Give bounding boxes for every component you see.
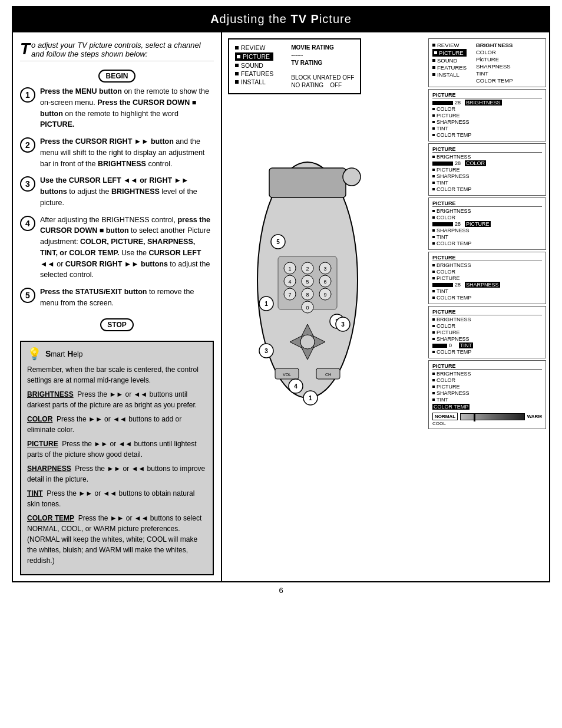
cp2-picture-row: PICTURE bbox=[432, 167, 542, 173]
svg-text:8: 8 bbox=[306, 292, 309, 298]
cp6-ct-label: COLOR TEMP bbox=[432, 404, 470, 410]
smart-help-section: 💡 Smart Help Remember, when the bar scal… bbox=[20, 341, 214, 575]
cp4-b-label: BRIGHTNESS bbox=[437, 262, 471, 268]
cp2-ct-row: COLOR TEMP bbox=[432, 186, 542, 192]
cp1-sharpness-label: SHARPNESS bbox=[437, 119, 470, 125]
cp1-color-label: COLOR bbox=[437, 106, 455, 112]
cp6-tint-label: TINT bbox=[437, 397, 448, 403]
menu-review-label: REVIEW bbox=[241, 44, 265, 51]
cp4-bar bbox=[432, 283, 453, 287]
intro-body: o adjust your TV picture controls, selec… bbox=[31, 41, 201, 58]
cp5-tint-row: 0 TINT bbox=[432, 342, 542, 348]
svg-text:0: 0 bbox=[306, 305, 309, 311]
cascade-panel-5: PICTURE BRIGHTNESS COLOR PICTURE SHARPNE… bbox=[428, 306, 546, 358]
cp2-sharpness-label: SHARPNESS bbox=[437, 173, 470, 179]
step-3: 3 Use the CURSOR LEFT ◄◄ or RIGHT ►► but… bbox=[20, 175, 214, 208]
cp5-ct-label: COLOR TEMP bbox=[437, 349, 471, 355]
cp6-pic-row: PICTURE bbox=[432, 384, 542, 390]
smart-help-label: Smart Help bbox=[45, 349, 82, 358]
step-text-4: After adjusting the BRIGHTNESS control, … bbox=[40, 215, 214, 281]
left-panel: T o adjust your TV picture controls, sel… bbox=[13, 32, 222, 581]
menu-item-picture-active: PICTURE bbox=[235, 52, 273, 61]
first-menu-left: REVIEW PICTURE SOUND FEATURES bbox=[235, 43, 273, 90]
page-header: Adjusting the TV Picture bbox=[12, 6, 550, 32]
cp2-val: 28 bbox=[455, 160, 463, 166]
cp3-picture-row: 28 PICTURE bbox=[432, 221, 542, 227]
cp6-title: PICTURE bbox=[432, 363, 542, 370]
ct-cool-label: COOL bbox=[432, 421, 446, 426]
sh-tint-label: TINT bbox=[27, 489, 43, 498]
cp3-dot-b bbox=[432, 210, 435, 212]
svg-text:1: 1 bbox=[309, 395, 312, 401]
cp4-sharpness-row: 28 SHARPNESS bbox=[432, 282, 542, 288]
cp2-picture-label: PICTURE bbox=[437, 167, 460, 173]
sh-colortemp-label: COLOR TEMP bbox=[27, 514, 74, 522]
step-num-2: 2 bbox=[20, 137, 35, 153]
step-5: 5 Press the STATUS/EXIT button to remove… bbox=[20, 286, 214, 309]
menu-sound-label: SOUND bbox=[241, 62, 263, 69]
lightbulb-icon: 💡 bbox=[27, 347, 42, 361]
mp-features: FEATURES bbox=[432, 64, 467, 71]
cp5-ct-row: COLOR TEMP bbox=[432, 349, 542, 355]
svg-text:3: 3 bbox=[341, 321, 345, 328]
svg-text:CH: CH bbox=[325, 373, 331, 377]
sub-colortemp: COLOR TEMP bbox=[476, 77, 513, 84]
cp4-tint-label: TINT bbox=[437, 288, 448, 294]
ct-normal-col: NORMAL bbox=[432, 413, 458, 420]
cp2-title: PICTURE bbox=[432, 146, 542, 153]
sh-brightness: BRIGHTNESS Press the ►► or ◄◄ buttons un… bbox=[27, 389, 207, 410]
cp3-bar bbox=[432, 222, 453, 226]
cp1-dot-ct bbox=[432, 134, 435, 136]
svg-text:5: 5 bbox=[306, 279, 309, 285]
sub-brightness: BRIGHTNESS bbox=[476, 42, 513, 48]
cp3-dot-tint bbox=[432, 236, 435, 238]
svg-text:VOL: VOL bbox=[283, 373, 291, 377]
drop-cap: T bbox=[20, 41, 30, 57]
svg-text:6: 6 bbox=[323, 279, 326, 285]
svg-text:4: 4 bbox=[288, 279, 291, 285]
step-4: 4 After adjusting the BRIGHTNESS control… bbox=[20, 215, 214, 281]
cp3-b-row: BRIGHTNESS bbox=[432, 208, 542, 214]
svg-text:7: 7 bbox=[288, 292, 291, 298]
cp1-sharpness-row: SHARPNESS bbox=[432, 119, 542, 125]
menu-panel-main: REVIEW PICTURE SOUND FEATURES INSTALL bbox=[428, 38, 546, 87]
cp1-dot-sharpness bbox=[432, 121, 435, 123]
menu-item-install: INSTALL bbox=[235, 78, 273, 85]
cp4-val: 28 bbox=[455, 282, 463, 288]
menu-install-label: INSTALL bbox=[241, 78, 266, 85]
cp2-dot-sh bbox=[432, 175, 435, 177]
cp2-color-row: 28 COLOR bbox=[432, 160, 542, 166]
right-block-unrated: BLOCK UNRATED OFF bbox=[291, 74, 354, 81]
cp2-brightness-label: BRIGHTNESS bbox=[437, 154, 471, 160]
sh-intro: Remember, when the bar scale is centered… bbox=[27, 364, 207, 386]
right-dashes: ------ bbox=[291, 52, 354, 58]
svg-text:4: 4 bbox=[294, 383, 297, 390]
cp5-pic-row: PICTURE bbox=[432, 330, 542, 335]
ct-marker bbox=[474, 413, 475, 421]
cp6-sh-label: SHARPNESS bbox=[437, 390, 470, 396]
svg-text:1: 1 bbox=[288, 266, 291, 272]
step-text-1: Press the MENU button on the remote to s… bbox=[40, 86, 214, 130]
cp4-dot-b bbox=[432, 264, 435, 266]
dot2 bbox=[434, 51, 437, 54]
remote-control-area: 1 2 3 4 5 6 7 8 9 0 bbox=[234, 150, 381, 411]
right-no-rating: NO RATING OFF bbox=[291, 82, 354, 88]
cp3-dot-sh bbox=[432, 229, 435, 232]
cp4-c-label: COLOR bbox=[437, 269, 455, 275]
spacer1 bbox=[291, 67, 354, 73]
step-1: 1 Press the MENU button on the remote to… bbox=[20, 86, 214, 130]
cp6-c-label: COLOR bbox=[437, 377, 455, 383]
cp3-dot-c bbox=[432, 216, 435, 219]
cp2-tint-row: TINT bbox=[432, 180, 542, 186]
cp3-picture-label: PICTURE bbox=[465, 221, 491, 227]
cp3-tint-label: TINT bbox=[437, 234, 448, 240]
svg-text:1: 1 bbox=[265, 301, 268, 307]
cp6-c-row: COLOR bbox=[432, 377, 542, 383]
svg-text:3: 3 bbox=[323, 266, 326, 272]
ct-bottom-labels: COOL bbox=[432, 421, 542, 426]
main-menu-col: REVIEW PICTURE SOUND FEATURES INSTALL bbox=[432, 41, 467, 84]
step-num-4: 4 bbox=[20, 216, 35, 231]
intro-text: T o adjust your TV picture controls, sel… bbox=[20, 38, 214, 61]
dot5 bbox=[432, 73, 435, 76]
cp2-dot-pic bbox=[432, 169, 435, 171]
